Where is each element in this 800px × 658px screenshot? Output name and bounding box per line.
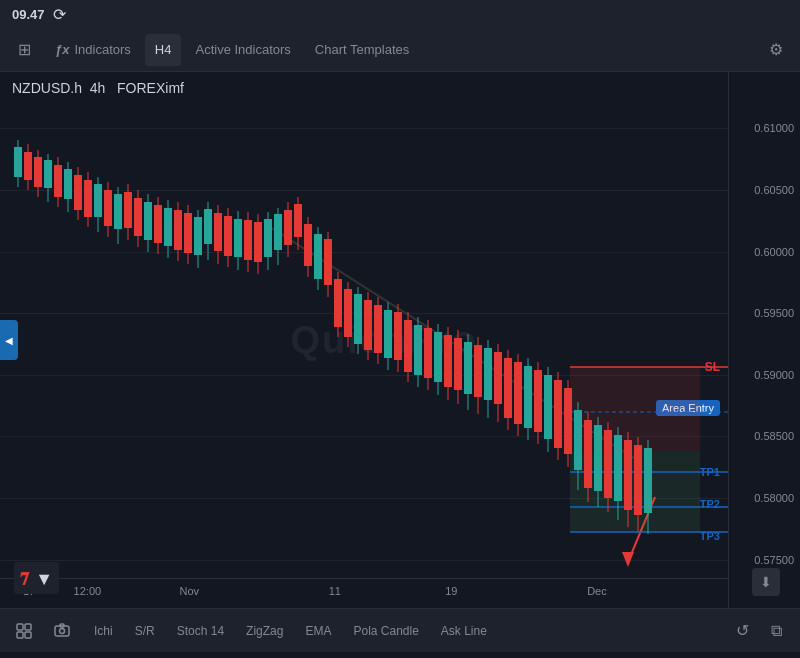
refresh-icon[interactable]: ⟳	[53, 5, 66, 24]
svg-rect-140	[17, 632, 23, 638]
indicators-button[interactable]: ƒx Indicators	[45, 34, 141, 66]
svg-rect-47	[194, 217, 202, 255]
svg-rect-45	[184, 213, 192, 253]
chart-header: NZDUSD.h 4h FOREXimf	[12, 80, 184, 96]
svg-rect-79	[354, 294, 362, 344]
svg-rect-105	[484, 348, 492, 400]
ask-line-button[interactable]: Ask Line	[431, 615, 497, 647]
svg-rect-13	[24, 152, 32, 180]
price-axis: 0.61000 0.60500 0.60000 0.59500 0.59000 …	[728, 72, 800, 608]
svg-rect-57	[244, 220, 252, 260]
zigzag-button[interactable]: ZigZag	[236, 615, 293, 647]
svg-rect-35	[134, 198, 142, 236]
price-label-60000: 0.60000	[754, 246, 794, 258]
svg-rect-27	[94, 184, 102, 217]
time-label-dec: Dec	[587, 585, 607, 597]
svg-rect-85	[384, 310, 392, 358]
svg-rect-87	[394, 312, 402, 360]
svg-rect-11	[14, 147, 22, 177]
price-label-59500: 0.59500	[754, 307, 794, 319]
timeframe-button[interactable]: H4	[145, 34, 182, 66]
svg-rect-19	[54, 165, 62, 197]
ema-button[interactable]: EMA	[295, 615, 341, 647]
svg-rect-17	[44, 160, 52, 188]
left-nav-button[interactable]: ◀	[0, 320, 18, 360]
svg-rect-21	[64, 169, 72, 199]
active-indicators-button[interactable]: Active Indicators	[185, 34, 300, 66]
svg-rect-75	[334, 279, 342, 327]
candlestick-chart	[0, 72, 728, 578]
svg-rect-69	[304, 224, 312, 266]
svg-rect-77	[344, 289, 352, 337]
svg-rect-123	[574, 410, 582, 470]
time-axis: 17 12:00 Nov 11 19 Dec	[0, 578, 728, 608]
svg-rect-101	[464, 342, 472, 394]
bottom-icon-camera[interactable]	[46, 615, 78, 647]
svg-rect-59	[254, 222, 262, 262]
price-label-58000: 0.58000	[754, 492, 794, 504]
time-label-1200: 12:00	[74, 585, 102, 597]
svg-rect-93	[424, 328, 432, 378]
price-label-57500: 0.57500	[754, 554, 794, 566]
svg-rect-29	[104, 190, 112, 226]
price-label-61000: 0.61000	[754, 122, 794, 134]
chart-templates-button[interactable]: Chart Templates	[305, 34, 419, 66]
svg-marker-2	[622, 552, 634, 567]
ichi-button[interactable]: Ichi	[84, 615, 123, 647]
svg-rect-131	[614, 435, 622, 501]
svg-rect-99	[454, 338, 462, 390]
price-label-59000: 0.59000	[754, 369, 794, 381]
svg-rect-103	[474, 345, 482, 397]
svg-rect-91	[414, 325, 422, 375]
svg-rect-15	[34, 157, 42, 187]
time-label-11: 11	[329, 585, 341, 597]
price-label-60500: 0.60500	[754, 184, 794, 196]
fx-icon: ƒx	[55, 42, 69, 57]
svg-point-144	[60, 628, 65, 633]
pola-candle-button[interactable]: Pola Candle	[343, 615, 428, 647]
price-label-58500: 0.58500	[754, 430, 794, 442]
svg-rect-71	[314, 234, 322, 279]
svg-rect-133	[624, 440, 632, 510]
svg-rect-119	[554, 380, 562, 448]
svg-rect-73	[324, 239, 332, 285]
scroll-button[interactable]: ⬇	[752, 568, 780, 596]
time-label-19: 19	[445, 585, 457, 597]
tradingview-logo: 𝟕 ▼	[14, 562, 59, 594]
bottom-layout-button[interactable]: ⧉	[760, 615, 792, 647]
time-label-nov: Nov	[179, 585, 199, 597]
svg-rect-67	[294, 204, 302, 237]
bottom-replay-button[interactable]: ↺	[726, 615, 758, 647]
svg-rect-109	[504, 358, 512, 418]
svg-rect-111	[514, 362, 522, 424]
svg-rect-135	[634, 445, 642, 515]
svg-rect-83	[374, 305, 382, 353]
svg-rect-53	[224, 216, 232, 256]
svg-rect-115	[534, 370, 542, 432]
svg-rect-49	[204, 209, 212, 244]
svg-rect-121	[564, 388, 572, 454]
layout-button[interactable]: ⊞	[8, 34, 41, 66]
svg-rect-51	[214, 213, 222, 251]
svg-rect-141	[25, 632, 31, 638]
svg-rect-137	[644, 448, 652, 513]
svg-rect-61	[264, 219, 272, 257]
sr-button[interactable]: S/R	[125, 615, 165, 647]
svg-rect-127	[594, 425, 602, 491]
bottom-icon-left[interactable]	[8, 615, 40, 647]
svg-rect-63	[274, 214, 282, 250]
status-bar: 09.47 ⟳	[0, 0, 800, 28]
svg-rect-125	[584, 420, 592, 488]
svg-rect-139	[25, 624, 31, 630]
svg-rect-33	[124, 192, 132, 228]
svg-rect-138	[17, 624, 23, 630]
svg-rect-25	[84, 180, 92, 217]
svg-rect-65	[284, 210, 292, 245]
svg-rect-41	[164, 208, 172, 246]
svg-rect-113	[524, 366, 532, 428]
bottom-toolbar: Ichi S/R Stoch 14 ZigZag EMA Pola Candle…	[0, 608, 800, 652]
settings-button[interactable]: ⚙	[760, 34, 792, 66]
svg-rect-95	[434, 332, 442, 382]
svg-rect-129	[604, 430, 612, 498]
stoch14-button[interactable]: Stoch 14	[167, 615, 234, 647]
